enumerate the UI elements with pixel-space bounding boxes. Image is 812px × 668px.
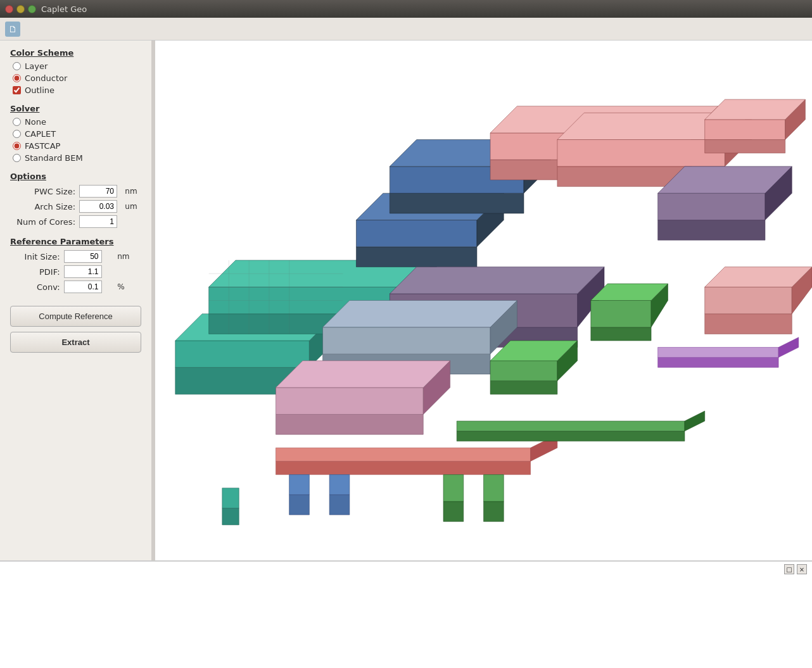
solver-section: Solver None CAPLET FASTCAP	[10, 104, 141, 163]
reference-params-grid: Init Size: nm PDIF: Conv: %	[13, 250, 141, 293]
options-title: Options	[10, 172, 141, 181]
solver-title: Solver	[10, 104, 141, 113]
outline-checkbox[interactable]	[13, 86, 21, 94]
standard-bem-radio[interactable]	[13, 154, 21, 162]
extract-button[interactable]: Extract	[10, 332, 141, 353]
svg-marker-55	[222, 488, 239, 508]
solver-none[interactable]: None	[13, 117, 141, 127]
color-scheme-title: Color Scheme	[10, 48, 141, 58]
svg-marker-51	[289, 475, 310, 495]
svg-marker-40	[276, 388, 423, 414]
color-scheme-conductor[interactable]: Conductor	[13, 73, 141, 83]
standard-bem-label: Standard BEM	[25, 153, 83, 163]
caplet-radio[interactable]	[13, 130, 21, 138]
init-size-unit: nm	[117, 252, 141, 261]
color-scheme-options: Layer Conductor Outline	[13, 61, 141, 95]
svg-marker-34	[390, 267, 604, 294]
svg-marker-60	[705, 140, 785, 153]
scene-svg	[155, 41, 812, 560]
svg-marker-5	[658, 348, 778, 358]
svg-marker-64	[658, 220, 765, 241]
fastcap-radio[interactable]	[13, 142, 21, 150]
conductor-radio[interactable]	[13, 74, 21, 82]
color-scheme-section: Color Scheme Layer Conductor Outline	[10, 48, 141, 95]
new-file-icon[interactable]: 🗋	[5, 22, 20, 37]
sidebar: Color Scheme Layer Conductor Outline	[0, 41, 152, 560]
solver-caplet[interactable]: CAPLET	[13, 129, 141, 139]
svg-marker-72	[591, 327, 651, 341]
none-radio[interactable]	[13, 118, 21, 126]
svg-marker-50	[289, 495, 310, 515]
arch-size-input[interactable]	[79, 200, 117, 213]
svg-marker-52	[329, 495, 350, 515]
outline-label: Outline	[25, 85, 54, 95]
fastcap-label: FASTCAP	[25, 141, 60, 151]
pwc-size-input[interactable]	[79, 185, 117, 198]
titlebar: Caplet Geo	[0, 0, 812, 18]
maximize-button[interactable]	[28, 5, 36, 13]
svg-marker-2	[276, 448, 530, 461]
app-title: Caplet Geo	[41, 4, 87, 14]
main-panel: Color Scheme Layer Conductor Outline	[0, 41, 812, 560]
button-area: Compute Reference Extract	[10, 306, 141, 353]
svg-marker-57	[443, 475, 464, 501]
svg-marker-48	[457, 421, 685, 431]
main-window: 🗋 Color Scheme Layer Conductor	[0, 18, 812, 668]
svg-marker-68	[705, 314, 792, 334]
svg-marker-8	[175, 341, 310, 367]
reference-params-section: Reference Parameters Init Size: nm PDIF:…	[10, 237, 141, 293]
svg-marker-53	[329, 475, 350, 495]
output-close-icon[interactable]: ×	[797, 564, 807, 574]
svg-marker-59	[484, 475, 504, 501]
color-scheme-layer[interactable]: Layer	[13, 61, 141, 71]
reference-params-title: Reference Parameters	[10, 237, 141, 246]
svg-marker-43	[490, 381, 557, 394]
svg-marker-39	[276, 414, 423, 434]
arch-size-label: Arch Size:	[13, 202, 75, 211]
output-restore-icon[interactable]: □	[784, 564, 794, 574]
init-size-input[interactable]	[64, 250, 102, 263]
conv-input[interactable]	[64, 280, 102, 293]
titlebar-buttons	[5, 5, 36, 13]
solver-fastcap[interactable]: FASTCAP	[13, 141, 141, 151]
solver-options: None CAPLET FASTCAP Standard BEM	[13, 117, 141, 163]
svg-marker-19	[390, 193, 524, 213]
output-panel-icons: □ ×	[784, 564, 807, 574]
outline-checkbox-item[interactable]: Outline	[13, 85, 141, 95]
svg-marker-54	[222, 508, 239, 525]
layer-radio[interactable]	[13, 62, 21, 70]
svg-marker-15	[356, 247, 476, 267]
pwc-size-unit: nm	[125, 187, 141, 196]
svg-marker-73	[591, 301, 651, 327]
arch-size-unit: um	[125, 202, 141, 211]
pwc-size-label: PWC Size:	[13, 187, 75, 196]
conv-label: Conv:	[13, 282, 60, 292]
pdif-input[interactable]	[64, 265, 102, 278]
viewport-3d	[155, 41, 812, 560]
svg-marker-65	[658, 193, 765, 220]
num-cores-label: Num of Cores:	[13, 217, 75, 227]
svg-marker-16	[356, 220, 476, 247]
svg-marker-56	[443, 501, 464, 522]
layer-label: Layer	[25, 61, 48, 71]
svg-marker-38	[323, 301, 517, 327]
svg-marker-1	[276, 461, 530, 474]
svg-marker-42	[276, 361, 450, 388]
pdif-label: PDIF:	[13, 267, 60, 277]
toolbar: 🗋	[0, 18, 812, 41]
solver-standard-bem[interactable]: Standard BEM	[13, 153, 141, 163]
svg-marker-36	[323, 327, 491, 354]
svg-marker-58	[484, 501, 504, 522]
output-panel: □ ×	[0, 560, 812, 668]
svg-marker-4	[658, 357, 778, 367]
svg-marker-47	[457, 431, 685, 441]
conv-unit: %	[117, 282, 141, 291]
close-button[interactable]	[5, 5, 13, 13]
none-label: None	[25, 117, 46, 127]
num-cores-input[interactable]	[79, 215, 117, 228]
minimize-button[interactable]	[16, 5, 25, 13]
conductor-label: Conductor	[25, 73, 67, 83]
compute-reference-button[interactable]: Compute Reference	[10, 306, 141, 327]
svg-marker-44	[490, 361, 557, 381]
svg-marker-69	[705, 287, 792, 313]
